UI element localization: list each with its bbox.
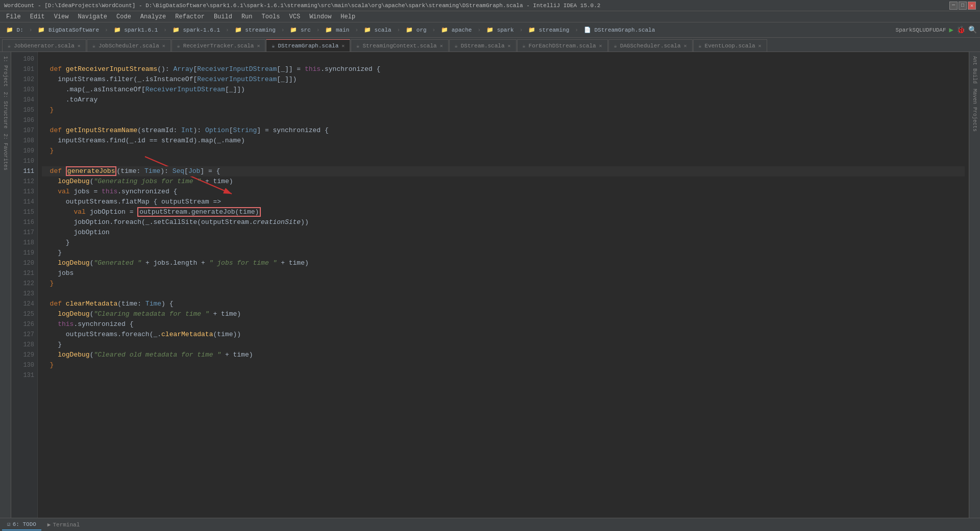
tab-close-jobgenerator[interactable]: ✕ — [78, 43, 81, 49]
menu-vcs[interactable]: VCS — [285, 12, 305, 21]
code-line-108: inputStreams.find(_.id == streamId).map(… — [42, 136, 965, 146]
tab-close-eventloop[interactable]: ✕ — [758, 43, 762, 49]
tab-receivertracker[interactable]: ☕ ReceiverTracker.scala ✕ — [172, 39, 266, 52]
ln-127: 127 — [13, 330, 34, 340]
breadcrumb-apache[interactable]: 📁 apache — [438, 26, 475, 34]
tab-todo[interactable]: ☑ 6: TODO — [2, 519, 41, 530]
sidebar-favorites[interactable]: 2: Favorites — [2, 132, 9, 172]
breadcrumb-streaming[interactable]: 📁 streaming — [232, 26, 279, 34]
menu-run[interactable]: Run — [237, 12, 257, 21]
ln-129: 129 — [13, 350, 34, 360]
code-area[interactable]: def getReceiverInputStreams(): Array[Rec… — [38, 52, 969, 518]
sidebar-maven-projects[interactable]: Maven Projects — [971, 87, 978, 134]
tab-close-dagscheduler[interactable]: ✕ — [684, 43, 687, 49]
title-text: WordCount - [D:\IdeaProjects\WordCount] … — [4, 3, 600, 9]
sidebar-ant-build[interactable]: Ant Build — [971, 54, 978, 86]
ln-105: 105 — [13, 105, 34, 115]
scala-icon3: ☕ — [177, 43, 180, 49]
restore-button[interactable]: □ — [959, 2, 967, 10]
code-line-106 — [42, 115, 965, 125]
ln-131: 131 — [13, 370, 34, 381]
ln-109: 109 — [13, 146, 34, 156]
tab-bar: ☕ JobGenerator.scala ✕ ☕ JobScheduler.sc… — [0, 38, 980, 52]
tab-eventloop[interactable]: ☕ EventLoop.scala ✕ — [693, 39, 767, 52]
right-side-panel: Ant Build Maven Projects — [969, 52, 980, 518]
menu-window[interactable]: Window — [305, 12, 335, 21]
tab-close-streamingcontext[interactable]: ✕ — [440, 43, 443, 49]
code-line-116: jobOption.foreach(_.setCallSite(outputSt… — [42, 217, 965, 227]
tab-close-dstreamgraph[interactable]: ✕ — [341, 43, 345, 49]
debug-button[interactable]: 🐞 — [957, 26, 965, 34]
ln-126: 126 — [13, 319, 34, 330]
menu-build[interactable]: Build — [210, 12, 236, 21]
menu-refactor[interactable]: Refactor — [171, 12, 209, 21]
search-button[interactable]: 🔍 — [968, 26, 977, 34]
bottom-tabs: ☑ 6: TODO ▶ Terminal — [0, 518, 980, 531]
code-line-120: logDebug("Generated " + jobs.length + " … — [42, 258, 965, 268]
tab-close-jobscheduler[interactable]: ✕ — [162, 43, 165, 49]
menu-file[interactable]: File — [2, 12, 25, 21]
ln-128: 128 — [13, 340, 34, 350]
ln-124: 124 — [13, 299, 34, 309]
tab-close-receivertracker[interactable]: ✕ — [257, 43, 260, 49]
breadcrumb-spark161[interactable]: 📁 spark1.6.1 — [111, 26, 161, 34]
breadcrumb-main[interactable]: 📁 main — [322, 26, 352, 34]
code-line-115: val jobOption = outputStream.generateJob… — [42, 207, 965, 217]
scala-icon4: ☕ — [272, 43, 275, 49]
tab-close-foreachdstream[interactable]: ✕ — [599, 43, 602, 49]
breadcrumb-scala[interactable]: 📁 scala — [361, 26, 395, 34]
tab-foreachdstream[interactable]: ☕ ForEachDStream.scala ✕ — [517, 39, 608, 52]
code-line-111: def generateJobs(time: Time): Seq[Job] =… — [42, 166, 965, 176]
ln-113: 113 — [13, 187, 34, 197]
breadcrumb-D[interactable]: 📁 D: — [3, 26, 27, 34]
sidebar-project[interactable]: 1: Project — [2, 54, 9, 89]
menu-bar: File Edit View Navigate Code Analyze Ref… — [0, 11, 980, 22]
menu-analyze[interactable]: Analyze — [136, 12, 170, 21]
ln-116: 116 — [13, 217, 34, 227]
menu-view[interactable]: View — [50, 12, 73, 21]
menu-code[interactable]: Code — [112, 12, 135, 21]
menu-tools[interactable]: Tools — [258, 12, 284, 21]
tab-dstream[interactable]: ☕ DStream.scala ✕ — [449, 39, 517, 52]
code-line-123 — [42, 289, 965, 299]
tab-jobgenerator[interactable]: ☕ JobGenerator.scala ✕ — [2, 39, 86, 52]
main-layout: 1: Project 2: Structure 2: Favorites 100… — [0, 52, 980, 518]
breadcrumb-streaming2[interactable]: 📁 streaming — [525, 26, 572, 34]
tab-close-dstream[interactable]: ✕ — [508, 43, 511, 49]
code-line-113: val jobs = this.synchronized { — [42, 187, 965, 197]
tab-dagscheduler[interactable]: ☕ DAGScheduler.scala ✕ — [608, 39, 693, 52]
tab-terminal[interactable]: ▶ Terminal — [42, 519, 85, 530]
code-line-119: } — [42, 248, 965, 258]
sidebar-structure[interactable]: 2: Structure — [2, 90, 9, 131]
ln-118: 118 — [13, 238, 34, 248]
scala-icon7: ☕ — [523, 43, 526, 49]
window-controls[interactable]: ─ □ ✕ — [949, 2, 976, 10]
breadcrumb-bigdata[interactable]: 📁 BigDataSoftware — [35, 26, 102, 34]
breadcrumb-org[interactable]: 📁 org — [403, 26, 429, 34]
code-line-103: .map(_.asInstanceOf[ReceiverInputDStream… — [42, 85, 965, 95]
ln-119: 119 — [13, 248, 34, 258]
code-line-130: } — [42, 360, 965, 370]
tab-jobscheduler[interactable]: ☕ JobScheduler.scala ✕ — [87, 39, 171, 52]
code-line-129: logDebug("Cleared old metadata for time … — [42, 350, 965, 360]
code-line-124: def clearMetadata(time: Time) { — [42, 299, 965, 309]
breadcrumb-spark161b[interactable]: 📁 spark-1.6.1 — [169, 26, 223, 34]
breadcrumb-src[interactable]: 📁 src — [287, 26, 313, 34]
code-line-127: outputStreams.foreach(_.clearMetadata(ti… — [42, 330, 965, 340]
tab-streamingcontext[interactable]: ☕ StreamingContext.scala ✕ — [351, 39, 448, 52]
close-button[interactable]: ✕ — [968, 2, 976, 10]
ln-100: 100 — [13, 54, 34, 64]
menu-help[interactable]: Help — [336, 12, 359, 21]
breadcrumb-spark[interactable]: 📁 spark — [483, 26, 517, 34]
tab-dstreamgraph[interactable]: ☕ DStreamGraph.scala ✕ — [266, 39, 350, 52]
code-line-125: logDebug("Clearing metadata for time " +… — [42, 309, 965, 319]
ln-121: 121 — [13, 268, 34, 279]
run-button[interactable]: ▶ — [949, 26, 953, 34]
code-line-114: outputStreams.flatMap { outputStream => — [42, 197, 965, 207]
breadcrumb-file[interactable]: 📄 DStreamGraph.scala — [581, 26, 658, 34]
minimize-button[interactable]: ─ — [949, 2, 958, 10]
menu-edit[interactable]: Edit — [26, 12, 49, 21]
menu-navigate[interactable]: Navigate — [74, 12, 111, 21]
code-line-100 — [42, 54, 965, 64]
ln-102: 102 — [13, 74, 34, 85]
